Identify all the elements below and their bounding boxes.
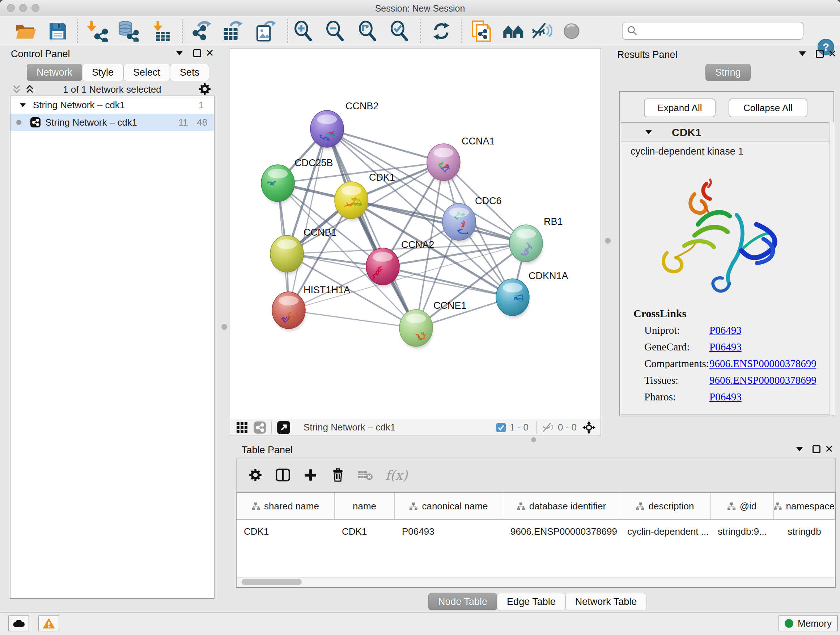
left-splitter-handle[interactable]	[221, 324, 227, 330]
delete-table-button[interactable]	[352, 462, 379, 488]
graph-edge[interactable]	[327, 129, 416, 328]
tab-style[interactable]: Style	[82, 64, 123, 81]
column-header-namespace[interactable]: namespace	[774, 493, 835, 519]
string-protein-query-button[interactable]	[468, 20, 494, 42]
grid-mode-icon[interactable]	[236, 421, 248, 434]
column-header-database-identifier[interactable]: database identifier	[503, 493, 620, 519]
crosslink-value-link[interactable]: P06493	[709, 341, 742, 353]
section-collapse-icon[interactable]	[646, 130, 652, 134]
network-canvas[interactable]: CCNB2CCNA1CDC25BCDK1CDC6RB1CCNB1CCNA2CDK…	[230, 48, 601, 436]
graph-edge[interactable]	[289, 310, 416, 328]
control-panel-float-button[interactable]	[176, 51, 183, 55]
network-graph[interactable]: CCNB2CCNA1CDC25BCDK1CDC6RB1CCNB1CCNA2CDK…	[230, 49, 600, 419]
column-header-canonical-name[interactable]: canonical name	[395, 493, 503, 519]
save-session-button[interactable]	[45, 20, 71, 42]
birdseye-crosshair-icon[interactable]	[582, 420, 596, 435]
open-session-button[interactable]	[13, 20, 39, 42]
network-panel-options-button[interactable]	[199, 83, 210, 96]
title-bar[interactable]: Session: New Session	[0, 0, 840, 16]
crosslink-value-link[interactable]: 9606.ENSP00000378699	[709, 358, 816, 370]
show-glass-effect-button[interactable]	[559, 20, 584, 42]
control-panel-close-button[interactable]: ✕	[205, 49, 214, 57]
add-column-button[interactable]	[297, 462, 324, 488]
network-view-title: String Network – cdk1	[303, 422, 395, 433]
control-panel-maximize-button[interactable]	[193, 49, 201, 57]
crosslink-value-link[interactable]: 9606.ENSP00000378699	[709, 374, 816, 386]
table-cell[interactable]: CDK1	[237, 526, 335, 537]
delete-column-button[interactable]	[324, 462, 352, 488]
tab-string[interactable]: String	[706, 64, 751, 81]
show-columns-button[interactable]	[269, 462, 297, 488]
import-network-from-database-button[interactable]	[115, 20, 141, 42]
tab-sets[interactable]: Sets	[170, 64, 209, 81]
table-cell[interactable]: stringdb:9...	[711, 526, 774, 537]
tab-network-table[interactable]: Network Table	[565, 593, 647, 610]
crosslink-value-link[interactable]: P06493	[709, 391, 742, 403]
network-search-input[interactable]	[641, 25, 803, 37]
function-builder-button[interactable]: f(x)	[379, 462, 414, 488]
crosslink-row: Tissues:9606.ENSP00000378699	[644, 372, 818, 388]
network-view-mode-icon[interactable]	[253, 421, 266, 434]
scrollbar-thumb[interactable]	[242, 579, 302, 585]
expand-all-button[interactable]: Expand All	[644, 98, 715, 117]
memory-button[interactable]: Memory	[778, 616, 838, 631]
zoom-fit-button[interactable]	[355, 20, 381, 42]
export-table-button[interactable]	[220, 20, 246, 42]
warnings-button[interactable]	[38, 616, 59, 631]
zoom-selected-button[interactable]	[386, 20, 412, 42]
table-cell[interactable]: 9606.ENSP00000378699	[503, 526, 620, 537]
apply-style-button[interactable]	[428, 20, 454, 42]
export-network-button[interactable]	[189, 20, 215, 42]
results-panel-maximize-button[interactable]	[816, 50, 824, 58]
current-network-dot-icon	[16, 120, 21, 125]
network-row-selected[interactable]: String Network – cdk1 11 48	[11, 114, 214, 131]
table-cell[interactable]: P06493	[395, 526, 503, 537]
column-header-label: database identifier	[529, 501, 606, 512]
column-header-name[interactable]: name	[335, 493, 395, 519]
string-home-button[interactable]	[501, 20, 527, 42]
results-scrollbar[interactable]	[829, 122, 834, 415]
column-header-shared-name[interactable]: shared name	[237, 493, 335, 519]
table-cell[interactable]: stringdb	[774, 526, 835, 537]
collapse-all-button[interactable]: Collapse All	[729, 98, 807, 117]
table-panel-close-button[interactable]: ✕	[825, 445, 833, 453]
zoom-out-button[interactable]	[322, 20, 348, 42]
zoom-out-icon	[325, 21, 345, 42]
crosslinks-title: CrossLinks	[633, 307, 686, 320]
cloud-status-button[interactable]	[8, 616, 29, 631]
table-panel-float-button[interactable]	[796, 447, 803, 451]
right-splitter-handle[interactable]	[605, 238, 611, 244]
table-panel-title: Table Panel	[242, 445, 293, 456]
table-cell[interactable]: cyclin-dependent ...	[620, 526, 711, 537]
export-image-button[interactable]	[253, 20, 279, 42]
crosslink-label: Compartments:	[644, 358, 709, 370]
protein-section-header[interactable]: CDK1	[621, 122, 829, 142]
zoom-in-button[interactable]	[290, 20, 316, 42]
results-panel-close-button[interactable]: ✕	[828, 50, 836, 58]
table-options-button[interactable]	[242, 462, 269, 488]
tab-edge-table[interactable]: Edge Table	[497, 593, 565, 610]
results-panel-float-button[interactable]	[799, 51, 806, 56]
table-cell[interactable]: CDK1	[335, 526, 395, 537]
tab-select[interactable]: Select	[123, 64, 170, 81]
network-collection-row[interactable]: String Network – cdk1 1	[11, 96, 214, 114]
import-table-button[interactable]	[148, 20, 174, 42]
protein-structure-image	[643, 171, 788, 305]
import-network-button[interactable]	[84, 20, 111, 42]
application-window: Session: New Session	[0, 0, 840, 635]
table-panel-maximize-button[interactable]	[813, 445, 821, 453]
tree-expand-icon[interactable]	[20, 103, 26, 107]
hide-glass-effect-button[interactable]	[529, 20, 554, 42]
tab-node-table[interactable]: Node Table	[428, 593, 497, 610]
bottom-splitter-handle[interactable]	[531, 437, 536, 442]
column-header-@id[interactable]: @id	[711, 493, 774, 519]
crosslink-value-link[interactable]: P06493	[709, 325, 742, 336]
selected-checkbox-icon[interactable]	[496, 423, 506, 432]
graph-edge[interactable]	[289, 129, 327, 310]
main-toolbar: ?	[0, 16, 840, 45]
tab-network[interactable]: Network	[27, 64, 82, 81]
table-horizontal-scrollbar[interactable]	[237, 577, 834, 586]
detach-view-icon[interactable]	[277, 421, 291, 434]
column-header-description[interactable]: description	[620, 493, 711, 519]
table-row[interactable]: CDK1CDK1P064939606.ENSP00000378699cyclin…	[237, 520, 835, 543]
